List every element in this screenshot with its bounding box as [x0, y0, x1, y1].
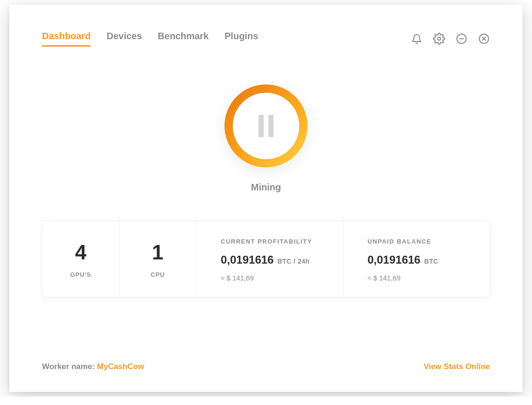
stats-row: 4 GPU'S 1 CPU CURRENT PROFITABILITY 0,01… [42, 221, 490, 297]
svg-point-7 [233, 93, 299, 159]
balance-unit: BTC [424, 258, 438, 265]
tab-benchmark[interactable]: Benchmark [158, 31, 209, 47]
svg-rect-8 [259, 115, 264, 137]
minimize-icon[interactable] [455, 33, 468, 45]
worker-name: Worker name: MyCashCow [42, 362, 144, 371]
header-icons [411, 33, 490, 45]
footer: Worker name: MyCashCow View Stats Online [42, 362, 490, 371]
worker-name-label: Worker name: [42, 362, 97, 371]
stat-gpu: 4 GPU'S [42, 221, 119, 297]
mining-button-glow [224, 84, 308, 168]
svg-rect-9 [268, 115, 273, 137]
notifications-icon[interactable] [411, 33, 423, 45]
header: Dashboard Devices Benchmark Plugins [42, 31, 490, 47]
settings-icon[interactable] [433, 33, 445, 45]
view-stats-link[interactable]: View Stats Online [424, 362, 490, 371]
app-window: Dashboard Devices Benchmark Plugins [9, 5, 523, 392]
balance-value-row: 0,0191616 BTC [368, 253, 476, 266]
balance-value: 0,0191616 [368, 253, 420, 266]
tab-plugins[interactable]: Plugins [224, 31, 258, 47]
close-icon[interactable] [478, 33, 490, 45]
gpu-label: GPU'S [70, 271, 91, 278]
stat-balance: UNPAID BALANCE 0,0191616 BTC ≈ $ 141,69 [343, 221, 490, 297]
tab-dashboard[interactable]: Dashboard [42, 31, 91, 47]
balance-approx: ≈ $ 141,69 [368, 274, 476, 282]
profitability-approx: ≈ $ 141,69 [221, 274, 329, 282]
profitability-value: 0,0191616 [221, 253, 273, 266]
profitability-value-row: 0,0191616 BTC / 24h [221, 253, 329, 266]
tabs: Dashboard Devices Benchmark Plugins [42, 31, 258, 47]
profitability-unit: BTC / 24h [277, 258, 309, 265]
svg-point-0 [438, 37, 441, 41]
stat-profitability: CURRENT PROFITABILITY 0,0191616 BTC / 24… [196, 221, 343, 297]
stat-cpu: 1 CPU [119, 221, 196, 297]
cpu-count: 1 [152, 242, 163, 263]
gpu-count: 4 [75, 242, 86, 263]
mining-section: Mining [42, 84, 490, 193]
mining-toggle-button[interactable] [224, 84, 308, 168]
tab-devices[interactable]: Devices [106, 31, 142, 47]
balance-label: UNPAID BALANCE [368, 238, 476, 245]
mining-status-label: Mining [251, 182, 281, 193]
cpu-label: CPU [151, 271, 165, 278]
profitability-label: CURRENT PROFITABILITY [221, 238, 329, 245]
worker-name-value: MyCashCow [97, 362, 144, 371]
